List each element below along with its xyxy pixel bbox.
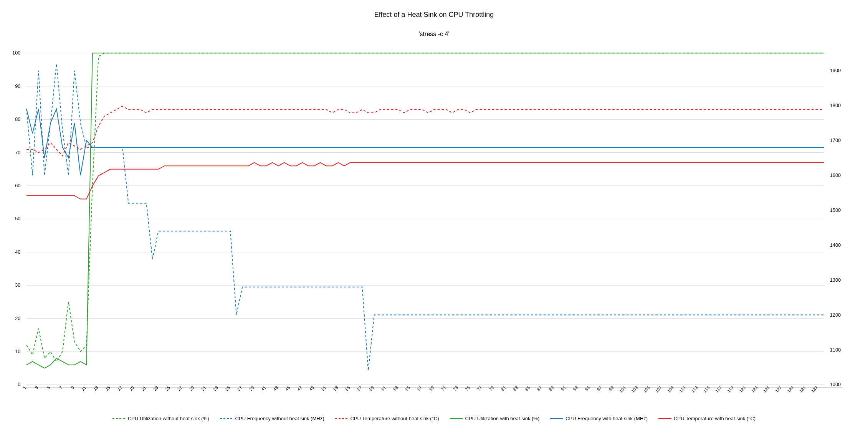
- legend-label: CPU Utilization with heat sink (%): [465, 416, 540, 421]
- x-tick: 97: [596, 385, 603, 391]
- x-tick: 107: [655, 385, 663, 393]
- y-left-tick: 100: [12, 50, 20, 56]
- x-tick: 105: [642, 385, 650, 393]
- x-tick: 47: [296, 385, 303, 391]
- x-tick: 79: [488, 385, 495, 391]
- y-right-tick: 1100: [830, 347, 841, 353]
- x-tick: 121: [738, 385, 746, 393]
- x-tick: 5: [46, 385, 51, 390]
- y-right-tick: 1900: [830, 68, 841, 73]
- x-tick: 77: [476, 385, 483, 391]
- legend-swatch: [335, 416, 348, 420]
- x-tick: 125: [762, 385, 770, 393]
- y-right-tick: 1400: [830, 242, 841, 248]
- y-left-tick: 50: [15, 216, 20, 221]
- legend-item: CPU Utilization with heat sink (%): [450, 416, 540, 421]
- series-line: [26, 163, 824, 199]
- y-left-tick: 70: [15, 150, 20, 155]
- x-tick: 69: [428, 385, 435, 391]
- x-tick: 83: [512, 385, 519, 391]
- x-tick: 133: [810, 385, 818, 393]
- x-tick: 59: [368, 385, 375, 391]
- x-tick: 75: [464, 385, 471, 391]
- y-right-tick: 1700: [830, 137, 841, 143]
- x-tick: 33: [212, 385, 219, 391]
- x-tick: 113: [690, 385, 698, 393]
- legend-item: CPU Temperature with heat sink (°C): [658, 416, 756, 421]
- x-tick: 93: [572, 385, 579, 391]
- x-tick: 17: [116, 385, 123, 391]
- legend-label: CPU Frequency with heat sink (MHz): [565, 416, 648, 421]
- y-left-tick: 90: [15, 83, 20, 89]
- x-tick: 117: [714, 385, 723, 393]
- x-tick: 51: [320, 385, 327, 391]
- legend-label: CPU Frequency without heat sink (MHz): [235, 416, 324, 421]
- x-tick: 29: [188, 385, 195, 391]
- x-tick: 53: [332, 385, 339, 391]
- x-tick: 127: [774, 385, 782, 393]
- x-tick: 131: [798, 385, 806, 393]
- x-tick: 91: [560, 385, 567, 391]
- y-left-tick: 40: [15, 249, 20, 255]
- x-tick: 1: [22, 385, 27, 390]
- x-tick: 65: [404, 385, 411, 391]
- x-tick: 37: [236, 385, 243, 391]
- x-tick: 39: [248, 385, 255, 391]
- x-tick: 27: [177, 385, 183, 391]
- x-tick: 11: [81, 385, 87, 391]
- series-line: [26, 109, 824, 175]
- chart-legend: CPU Utilization without heat sink (%)CPU…: [0, 416, 868, 422]
- legend-label: CPU Temperature without heat sink (°C): [351, 416, 439, 421]
- x-tick: 41: [260, 385, 267, 391]
- x-tick: 95: [584, 385, 590, 391]
- chart-plot-area: 0102030405060708090100100011001200130014…: [23, 50, 843, 388]
- x-tick: 49: [308, 385, 315, 391]
- legend-item: CPU Frequency with heat sink (MHz): [550, 416, 648, 421]
- x-tick: 31: [200, 385, 207, 391]
- x-tick: 19: [129, 385, 135, 391]
- y-right-tick: 1000: [830, 381, 841, 387]
- legend-item: CPU Frequency without heat sink (MHz): [220, 416, 324, 421]
- y-left-tick: 20: [15, 315, 20, 321]
- x-tick: 89: [548, 385, 555, 391]
- y-right-tick: 1300: [830, 277, 841, 283]
- x-tick: 99: [608, 385, 615, 391]
- x-tick: 45: [284, 385, 291, 391]
- x-tick: 123: [750, 385, 758, 393]
- x-tick: 25: [164, 385, 171, 391]
- x-tick: 63: [392, 385, 399, 391]
- chart-svg: 0102030405060708090100100011001200130014…: [8, 50, 847, 407]
- x-tick: 15: [104, 385, 111, 391]
- legend-swatch: [658, 416, 671, 420]
- legend-swatch: [112, 416, 126, 420]
- x-tick: 13: [93, 385, 99, 391]
- series-line: [26, 53, 824, 368]
- series-line: [26, 106, 824, 156]
- x-tick: 23: [152, 385, 159, 391]
- chart-subtitle: 'stress -c 4': [0, 31, 868, 38]
- x-tick: 3: [34, 385, 39, 390]
- x-tick: 61: [380, 385, 387, 391]
- x-tick: 103: [630, 385, 638, 393]
- y-left-tick: 80: [15, 116, 20, 122]
- y-left-tick: 30: [15, 282, 20, 288]
- x-tick: 81: [500, 385, 507, 391]
- x-tick: 85: [524, 385, 531, 391]
- x-tick: 101: [618, 385, 627, 393]
- x-tick: 9: [70, 385, 75, 390]
- x-tick: 115: [703, 385, 711, 393]
- x-tick: 111: [678, 385, 686, 393]
- y-left-tick: 10: [15, 348, 20, 354]
- y-right-tick: 1200: [830, 312, 841, 318]
- legend-swatch: [550, 416, 563, 420]
- x-tick: 43: [272, 385, 279, 391]
- y-right-tick: 1800: [830, 102, 841, 108]
- x-tick: 35: [224, 385, 231, 391]
- x-tick: 129: [786, 385, 794, 393]
- x-tick: 73: [452, 385, 459, 391]
- x-tick: 57: [356, 385, 363, 391]
- legend-label: CPU Utilization without heat sink (%): [128, 416, 209, 421]
- legend-label: CPU Temperature with heat sink (°C): [674, 416, 756, 421]
- y-right-tick: 1600: [830, 172, 841, 178]
- x-tick: 119: [726, 385, 734, 393]
